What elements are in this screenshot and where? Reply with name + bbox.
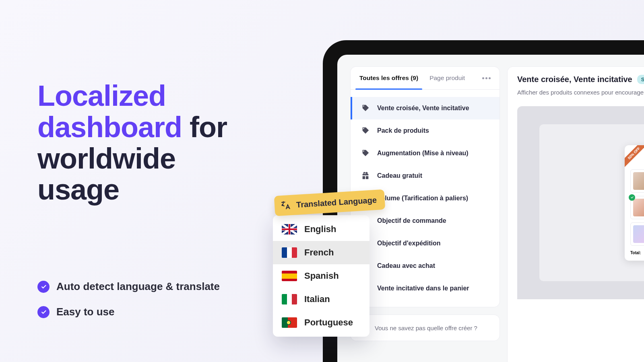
language-label: Spanish [304,271,339,281]
bullet-text: Auto detect language & translate [56,280,220,293]
check-icon [629,194,635,201]
offers-panel: Toutes les offres (9) Page produit Vente… [351,67,500,307]
bullet-item: Easy to use [37,306,263,318]
detail-title: Vente croisée, Vente incitative [517,75,632,84]
product-item[interactable]: Screen P $19.99 $2 −1+ [630,196,644,219]
detail-description: Afficher des produits connexes pour enco… [517,89,644,96]
offer-label: Objectif d'expédition [377,240,441,247]
badge-label: Translated Language [296,195,377,209]
hero-title-accent: Localized dashboard [37,80,182,143]
tag-plus-icon [361,126,370,135]
check-icon [37,306,50,318]
flag-fr-icon [282,247,297,258]
language-label: Italian [304,294,330,304]
hero-bullets: Auto detect language & translate Easy to… [37,280,263,318]
flag-es-icon [282,271,297,281]
product-image [633,199,644,216]
offer-shipping-goal[interactable]: Objectif d'expédition [351,232,500,255]
translate-icon [280,200,292,212]
detail-badge: Sur la page p [637,75,644,84]
language-label: English [304,224,336,234]
flag-pt-icon [282,317,297,328]
language-label: Portuguese [304,317,353,328]
offer-label: Pack de produits [377,127,429,134]
language-label: French [304,247,334,258]
offer-label: Cadeau gratuit [377,172,422,179]
offer-gift-purchase[interactable]: Cadeau avec achat [351,255,500,277]
detail-footer: P [517,310,644,324]
prompt-card[interactable]: ? Vous ne savez pas quelle offre créer ? [351,315,500,341]
offer-cart-upsell[interactable]: Vente incitative dans le panier [351,277,500,300]
offer-order-goal[interactable]: Objectif de commande [351,210,500,232]
flag-uk-icon [282,224,297,234]
upsell-widget: 50% OFF Yo Get the most Apple Ai $29.99 … [625,145,644,261]
offer-bundle[interactable]: Pack de produits [351,119,500,142]
tab-product-page[interactable]: Page produit [429,67,465,89]
offer-label: Vente croisée, Vente incitative [377,105,469,112]
tab-more-icon[interactable] [482,77,491,79]
detail-header: Vente croisée, Vente incitative Sur la p… [517,75,644,84]
bullet-text: Easy to use [56,306,115,318]
tag-plus-icon [361,149,370,158]
offer-label: Cadeau avec achat [377,262,435,269]
widget-total: Total: $19.99 [630,251,644,255]
prompt-text: Vous ne savez pas quelle offre créer ? [375,325,477,331]
language-dropdown[interactable]: English French Spanish Italian Portugues… [273,215,369,337]
hero-title: Localized dashboard for worldwide usage [37,80,263,206]
product-item[interactable]: Shockpro $54.50 $6 −1+ [630,222,644,246]
offer-upgrade[interactable]: Augmentation (Mise à niveau) [351,142,500,165]
language-option-portuguese[interactable]: Portuguese [273,311,369,334]
offer-label: Augmentation (Mise à niveau) [377,150,469,157]
flag-it-icon [282,294,297,304]
hero: Localized dashboard for worldwide usage … [37,80,263,331]
tab-all-offers[interactable]: Toutes les offres (9) [359,67,418,89]
offer-label: Objectif de commande [377,217,446,224]
offer-cross-sell[interactable]: Vente croisée, Vente incitative [351,97,500,119]
product-image [633,172,644,190]
language-option-english[interactable]: English [273,218,369,241]
detail-panel: Vente croisée, Vente incitative Sur la p… [508,67,644,362]
tabs: Toutes les offres (9) Page produit [351,67,500,90]
preview-area: 50% OFF Yo Get the most Apple Ai $29.99 … [517,106,644,299]
bullet-item: Auto detect language & translate [37,280,263,293]
preview-inner: 50% OFF Yo Get the most Apple Ai $29.99 … [539,124,644,281]
product-item[interactable]: Apple Ai $29.99 −1+ [630,169,644,193]
product-image [633,225,644,243]
tag-plus-icon [361,104,370,113]
offer-free-gift[interactable]: Cadeau gratuit [351,165,500,187]
gift-icon [361,171,370,180]
check-icon [37,281,50,293]
offer-label: Volume (Tarification à paliers) [377,195,468,202]
language-option-italian[interactable]: Italian [273,288,369,311]
language-option-spanish[interactable]: Spanish [273,264,369,288]
discount-ribbon: 50% OFF [625,145,644,169]
total-label: Total: [630,251,641,255]
offer-label: Vente incitative dans le panier [377,285,469,292]
language-option-french[interactable]: French [273,241,369,264]
